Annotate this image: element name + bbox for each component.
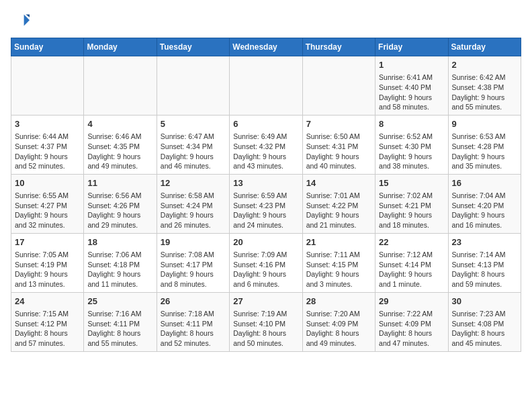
day-info: Daylight: 8 hours and 55 minutes.	[87, 328, 152, 348]
day-info: Daylight: 8 hours and 59 minutes.	[452, 269, 517, 289]
calendar-cell	[302, 56, 375, 116]
calendar-cell: 25Sunrise: 7:16 AMSunset: 4:11 PMDayligh…	[84, 292, 157, 351]
day-info: Sunrise: 7:20 AM	[306, 309, 371, 319]
day-info: Daylight: 9 hours and 13 minutes.	[15, 269, 80, 289]
day-info: Daylight: 9 hours and 24 minutes.	[233, 210, 298, 230]
day-info: Daylight: 9 hours and 43 minutes.	[233, 152, 298, 171]
day-number: 26	[161, 295, 226, 308]
calendar-cell: 11Sunrise: 6:56 AMSunset: 4:26 PMDayligh…	[84, 174, 157, 233]
day-info: Daylight: 9 hours and 38 minutes.	[379, 152, 444, 171]
logo	[11, 11, 32, 30]
page-header	[11, 11, 521, 30]
day-info: Sunset: 4:19 PM	[15, 260, 80, 270]
weekday-header-tuesday: Tuesday	[157, 38, 229, 56]
day-number: 3	[15, 118, 80, 130]
calendar-cell: 4Sunrise: 6:46 AMSunset: 4:35 PMDaylight…	[84, 115, 157, 174]
day-info: Sunset: 4:28 PM	[452, 142, 517, 152]
day-info: Daylight: 9 hours and 58 minutes.	[379, 93, 444, 112]
calendar-week-5: 24Sunrise: 7:15 AMSunset: 4:12 PMDayligh…	[11, 292, 521, 351]
day-info: Daylight: 9 hours and 55 minutes.	[452, 93, 517, 112]
calendar-cell	[157, 56, 229, 116]
day-info: Sunrise: 6:42 AM	[452, 73, 517, 83]
calendar-header: SundayMondayTuesdayWednesdayThursdayFrid…	[11, 38, 521, 56]
day-info: Daylight: 9 hours and 32 minutes.	[15, 210, 80, 230]
calendar-week-4: 17Sunrise: 7:05 AMSunset: 4:19 PMDayligh…	[11, 233, 521, 292]
day-info: Daylight: 9 hours and 3 minutes.	[306, 269, 371, 289]
day-info: Sunrise: 7:16 AM	[87, 309, 152, 319]
day-number: 21	[306, 236, 371, 248]
day-info: Sunrise: 7:19 AM	[233, 309, 298, 319]
day-info: Sunrise: 7:02 AM	[379, 191, 444, 201]
day-number: 28	[306, 295, 371, 308]
calendar-cell	[84, 56, 157, 116]
calendar-cell: 28Sunrise: 7:20 AMSunset: 4:09 PMDayligh…	[302, 292, 375, 351]
day-info: Sunset: 4:40 PM	[379, 83, 444, 93]
day-info: Sunset: 4:09 PM	[306, 319, 371, 329]
day-info: Sunrise: 6:47 AM	[161, 132, 226, 142]
calendar-cell: 16Sunrise: 7:04 AMSunset: 4:20 PMDayligh…	[448, 174, 521, 233]
day-info: Sunrise: 7:22 AM	[379, 309, 444, 319]
day-number: 30	[452, 295, 517, 308]
calendar-cell: 14Sunrise: 7:01 AMSunset: 4:22 PMDayligh…	[302, 174, 375, 233]
day-info: Sunrise: 7:23 AM	[452, 309, 517, 319]
calendar-week-3: 10Sunrise: 6:55 AMSunset: 4:27 PMDayligh…	[11, 174, 521, 233]
day-info: Sunrise: 6:52 AM	[379, 132, 444, 142]
day-number: 16	[452, 177, 517, 189]
calendar-cell: 3Sunrise: 6:44 AMSunset: 4:37 PMDaylight…	[11, 115, 84, 174]
calendar-cell: 29Sunrise: 7:22 AMSunset: 4:09 PMDayligh…	[375, 292, 448, 351]
logo-icon	[11, 11, 30, 30]
day-info: Sunrise: 7:01 AM	[306, 191, 371, 201]
day-info: Sunset: 4:26 PM	[87, 201, 152, 211]
day-number: 24	[15, 295, 80, 308]
calendar-cell: 23Sunrise: 7:14 AMSunset: 4:13 PMDayligh…	[448, 233, 521, 292]
day-info: Sunset: 4:09 PM	[379, 319, 444, 329]
day-info: Daylight: 8 hours and 52 minutes.	[161, 328, 226, 348]
day-info: Sunset: 4:11 PM	[87, 319, 152, 329]
day-info: Sunrise: 6:41 AM	[379, 73, 444, 83]
day-info: Daylight: 9 hours and 6 minutes.	[233, 269, 298, 289]
svg-marker-1	[26, 15, 30, 17]
day-number: 9	[452, 118, 517, 130]
day-info: Sunset: 4:37 PM	[15, 142, 80, 152]
day-info: Daylight: 9 hours and 16 minutes.	[452, 210, 517, 230]
weekday-header-monday: Monday	[84, 38, 157, 56]
day-info: Sunset: 4:32 PM	[233, 142, 298, 152]
calendar-cell: 22Sunrise: 7:12 AMSunset: 4:14 PMDayligh…	[375, 233, 448, 292]
day-info: Sunrise: 7:06 AM	[87, 250, 152, 260]
day-info: Daylight: 8 hours and 57 minutes.	[15, 328, 80, 348]
day-info: Daylight: 9 hours and 35 minutes.	[452, 152, 517, 171]
day-number: 4	[87, 118, 152, 130]
day-info: Daylight: 8 hours and 47 minutes.	[379, 328, 444, 348]
day-info: Sunrise: 6:50 AM	[306, 132, 371, 142]
day-number: 11	[87, 177, 152, 189]
day-info: Daylight: 9 hours and 8 minutes.	[161, 269, 226, 289]
day-info: Daylight: 8 hours and 50 minutes.	[233, 328, 298, 348]
calendar-cell: 10Sunrise: 6:55 AMSunset: 4:27 PMDayligh…	[11, 174, 84, 233]
day-info: Sunset: 4:27 PM	[15, 201, 80, 211]
calendar-body: 1Sunrise: 6:41 AMSunset: 4:40 PMDaylight…	[11, 56, 521, 352]
day-info: Sunrise: 7:12 AM	[379, 250, 444, 260]
calendar-cell: 5Sunrise: 6:47 AMSunset: 4:34 PMDaylight…	[157, 115, 229, 174]
day-number: 1	[379, 59, 444, 71]
day-info: Daylight: 9 hours and 40 minutes.	[306, 152, 371, 171]
day-info: Sunrise: 7:15 AM	[15, 309, 80, 319]
day-info: Daylight: 9 hours and 26 minutes.	[161, 210, 226, 230]
day-info: Sunset: 4:22 PM	[306, 201, 371, 211]
calendar-cell: 9Sunrise: 6:53 AMSunset: 4:28 PMDaylight…	[448, 115, 521, 174]
calendar-cell: 15Sunrise: 7:02 AMSunset: 4:21 PMDayligh…	[375, 174, 448, 233]
day-info: Daylight: 9 hours and 46 minutes.	[161, 152, 226, 171]
day-number: 19	[161, 236, 226, 248]
day-info: Sunrise: 7:14 AM	[452, 250, 517, 260]
day-info: Daylight: 8 hours and 49 minutes.	[306, 328, 371, 348]
day-info: Sunrise: 6:58 AM	[161, 191, 226, 201]
day-info: Sunrise: 6:59 AM	[233, 191, 298, 201]
day-info: Sunrise: 7:04 AM	[452, 191, 517, 201]
calendar-cell: 17Sunrise: 7:05 AMSunset: 4:19 PMDayligh…	[11, 233, 84, 292]
day-info: Daylight: 9 hours and 49 minutes.	[87, 152, 152, 171]
day-info: Sunset: 4:11 PM	[161, 319, 226, 329]
day-info: Daylight: 9 hours and 29 minutes.	[87, 210, 152, 230]
day-info: Sunset: 4:21 PM	[379, 201, 444, 211]
calendar-cell: 20Sunrise: 7:09 AMSunset: 4:16 PMDayligh…	[230, 233, 302, 292]
day-number: 12	[161, 177, 226, 189]
day-info: Daylight: 9 hours and 1 minute.	[379, 269, 444, 289]
